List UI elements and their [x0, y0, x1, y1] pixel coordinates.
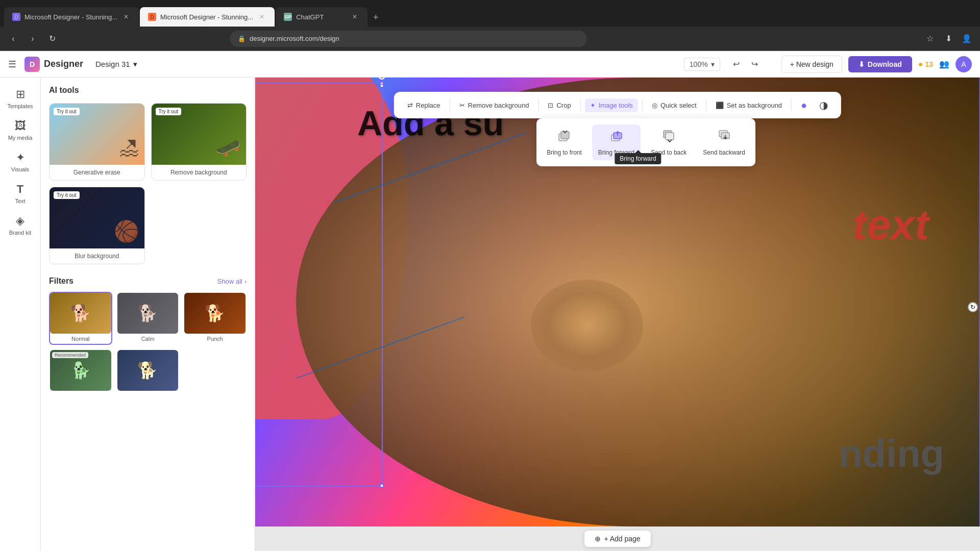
forward-button[interactable]: › — [26, 32, 40, 46]
canvas-text-text: text — [853, 200, 929, 249]
quick-select-icon: ◎ — [652, 102, 657, 109]
image-tools-icon: ✦ — [590, 102, 596, 109]
filter-calm[interactable]: Recommended 🐕 Calm — [116, 292, 180, 345]
zoom-control[interactable]: 100% ▾ — [684, 58, 720, 71]
bring-to-front-btn[interactable]: Bring to front — [541, 124, 588, 160]
share-button[interactable]: 👥 — [939, 59, 949, 69]
remove-bg-label: Remove background — [468, 102, 529, 109]
panel-title: AI tools — [49, 86, 247, 95]
toolbar-color2[interactable]: ◑ — [814, 96, 833, 114]
download-icon[interactable]: ⬇ — [941, 32, 955, 46]
filter-punch[interactable]: Recommended 🐕 Punch — [183, 292, 247, 345]
image-toolbar: ⇄ Replace ✂ Remove background ⊡ Crop ✦ I… — [394, 92, 841, 118]
toolbar-sep-1 — [450, 99, 450, 111]
toolbar-image-tools[interactable]: ✦ Image tools — [585, 98, 638, 112]
refresh-button[interactable]: ↻ — [45, 32, 59, 46]
sidebar-item-templates[interactable]: ⊞ Templates — [3, 84, 38, 113]
tab-bar: D Microsoft Designer - Stunning... ✕ D M… — [4, 0, 976, 27]
sidebar-label-text: Text — [15, 198, 25, 204]
crop-label: Crop — [556, 102, 571, 109]
set-as-bg-icon: ⬛ — [716, 102, 724, 109]
tool-card-blur-background[interactable]: Try it out 🏀 Blur background — [49, 187, 145, 264]
send-backward-btn[interactable]: Send backward — [697, 124, 751, 160]
toolbar-sep-4 — [642, 99, 643, 111]
tab-3[interactable]: GP ChatGPT ✕ — [276, 7, 368, 27]
profile-icon[interactable]: 👤 — [960, 32, 974, 46]
tab-2-close[interactable]: ✕ — [257, 12, 266, 21]
show-all-label: Show all — [217, 278, 242, 285]
image-tools-label: Image tools — [599, 102, 633, 109]
menu-button[interactable]: ☰ — [8, 59, 16, 70]
tool-card-img-generative-erase: Try it out 🏖 — [50, 104, 144, 165]
tool-card-remove-background[interactable]: Try it out 🛹 Remove background — [151, 103, 247, 181]
url-text: designer.microsoft.com/design — [250, 35, 339, 42]
content-panel: AI tools Try it out 🏖 Generative erase T… — [41, 78, 255, 551]
sidebar-label-my-media: My media — [8, 135, 33, 141]
filter-extra-2[interactable]: 🐕 — [116, 349, 180, 392]
toolbar-replace[interactable]: ⇄ Replace — [402, 98, 446, 112]
tab-2-label: Microsoft Designer - Stunning... — [160, 13, 253, 21]
back-button[interactable]: ‹ — [6, 32, 20, 46]
toolbar-remove-bg[interactable]: ✂ Remove background — [454, 98, 534, 112]
user-avatar[interactable]: A — [955, 56, 972, 72]
filter-extra-1[interactable]: Recommended 🐕 — [49, 349, 112, 392]
bring-forward-icon — [609, 129, 624, 146]
tab-2[interactable]: D Microsoft Designer - Stunning... ✕ — [140, 7, 275, 27]
bookmark-icon[interactable]: ☆ — [923, 32, 937, 46]
url-bar[interactable]: 🔒 designer.microsoft.com/design — [230, 31, 587, 47]
tool-card-img-remove-background: Try it out 🛹 — [152, 104, 247, 165]
logo-icon: D — [24, 57, 40, 72]
show-all-link[interactable]: Show all › — [217, 278, 247, 285]
toolbar-sep-3 — [580, 99, 581, 111]
crop-icon: ⊡ — [548, 102, 553, 109]
filter-label-punch: Punch — [184, 334, 246, 344]
design-name[interactable]: Design 31 ▾ — [91, 58, 141, 71]
svg-rect-5 — [666, 133, 674, 140]
main-layout: ⊞ Templates 🖼 My media ✦ Visuals T Text … — [0, 78, 980, 551]
undo-button[interactable]: ↩ — [728, 56, 745, 72]
toolbar-quick-select[interactable]: ◎ Quick select — [647, 98, 702, 112]
templates-icon: ⊞ — [16, 88, 25, 101]
sidebar-item-visuals[interactable]: ✦ Visuals — [3, 147, 38, 177]
sidebar-item-my-media[interactable]: 🖼 My media — [3, 115, 38, 145]
toolbar-color1[interactable]: ● — [796, 96, 812, 114]
tool-card-img-blur-background: Try it out 🏀 — [50, 187, 144, 248]
coins-count: 13 — [925, 60, 933, 68]
left-sidebar: ⊞ Templates 🖼 My media ✦ Visuals T Text … — [0, 78, 41, 551]
lock-icon: 🔒 — [238, 35, 246, 42]
download-button[interactable]: ⬇ Download — [848, 56, 912, 72]
replace-label: Replace — [416, 102, 440, 109]
visuals-icon: ✦ — [16, 151, 25, 164]
filters-grid: 🐕 Normal Recommended 🐕 Calm Recommended … — [49, 292, 247, 345]
dog-snout — [531, 280, 643, 371]
tab-1-close[interactable]: ✕ — [121, 12, 131, 21]
redo-button[interactable]: ↪ — [747, 56, 763, 72]
tab-1[interactable]: D Microsoft Designer - Stunning... ✕ — [4, 7, 139, 27]
rotate-handle-right[interactable]: ↻ — [968, 302, 978, 312]
toolbar-crop[interactable]: ⊡ Crop — [543, 98, 576, 112]
toolbar-sep-5 — [706, 99, 706, 111]
tool-card-label-blur-background: Blur background — [50, 248, 144, 264]
tab-1-favicon: D — [12, 13, 20, 21]
tools-grid: Try it out 🏖 Generative erase Try it out… — [49, 103, 247, 264]
add-page-button[interactable]: ⊕ + Add page — [584, 531, 650, 547]
canvas-text-nding: nding — [839, 431, 944, 475]
bring-to-front-label: Bring to front — [547, 149, 582, 156]
filter-img-calm: Recommended 🐕 — [117, 293, 179, 334]
brand-kit-icon: ◈ — [16, 214, 24, 228]
toolbar-set-as-bg[interactable]: ⬛ Set as background — [710, 98, 787, 112]
new-tab-button[interactable]: + — [369, 10, 383, 24]
undo-redo: ↩ ↪ — [728, 56, 763, 72]
tab-3-close[interactable]: ✕ — [350, 12, 359, 21]
add-page-bar: ⊕ + Add page — [255, 527, 980, 551]
sidebar-item-text[interactable]: T Text — [3, 179, 38, 208]
tool-card-generative-erase[interactable]: Try it out 🏖 Generative erase — [49, 103, 145, 181]
bring-forward-tooltip: Bring forward — [615, 153, 661, 164]
coins-display: ● 13 — [918, 60, 933, 69]
tab-2-favicon: D — [148, 13, 156, 21]
toolbar-sep-2 — [538, 99, 538, 111]
filter-normal[interactable]: 🐕 Normal — [49, 292, 112, 345]
filter-img-normal: 🐕 — [50, 293, 111, 334]
new-design-button[interactable]: + New design — [781, 56, 842, 73]
sidebar-item-brand-kit[interactable]: ◈ Brand kit — [3, 210, 38, 240]
